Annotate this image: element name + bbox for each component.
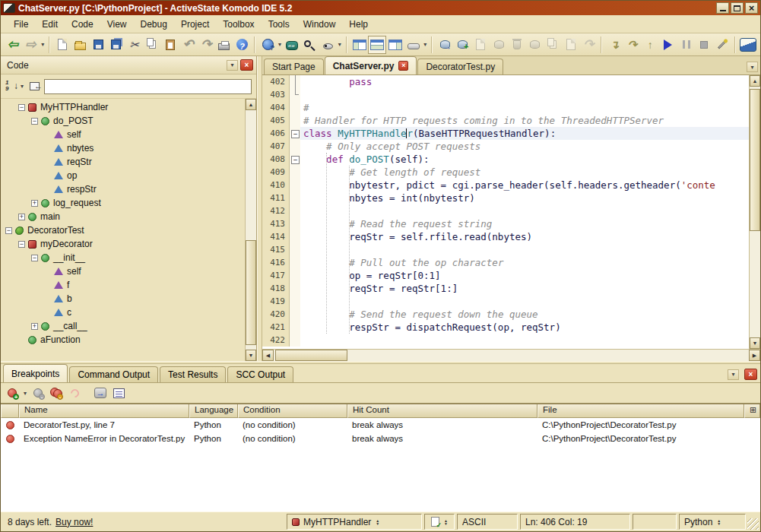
encoding-segment[interactable]: ASCII [457,514,518,530]
header-condition[interactable]: Condition [238,404,347,418]
collapse-icon[interactable] [18,241,25,248]
bottom-pane-close-button[interactable] [744,369,757,380]
step-into-button[interactable] [605,36,623,54]
line-number[interactable]: 411 [262,192,290,204]
new-file-button[interactable] [53,36,71,54]
tree-scrollbar[interactable] [245,99,256,361]
code-line[interactable]: 422 [262,334,749,347]
code-line[interactable]: 407 # Only accept POST requests [262,140,749,153]
line-number[interactable]: 422 [262,334,290,347]
add-breakpoint-dropdown[interactable] [22,390,28,397]
save-all-button[interactable] [107,36,125,54]
breakpoint-properties-button[interactable] [110,385,127,401]
step-out-button[interactable] [642,36,660,54]
spinner-icon[interactable] [717,519,721,525]
breakpoint-row[interactable]: Exception NameError in DecoratorTest.py … [1,432,760,445]
line-number[interactable]: 413 [262,217,290,230]
expand-icon[interactable] [31,200,38,207]
sort-order-button[interactable] [5,80,25,93]
header-file[interactable]: File [537,404,744,418]
code-line[interactable]: 415 [262,243,749,256]
print-button[interactable] [215,36,233,54]
collapse-panes-button[interactable] [404,36,423,54]
line-number[interactable]: 414 [262,230,290,243]
menu-file[interactable]: File [7,17,35,32]
tab-list-dropdown[interactable] [747,62,758,72]
collapse-icon[interactable] [5,227,12,234]
scroll-thumb[interactable] [246,240,256,345]
scc-update-button[interactable] [526,36,544,54]
debug-wand-button[interactable] [713,36,731,54]
tree-item-respstr[interactable]: respStr [1,182,245,196]
delete-all-breakpoints-button[interactable]: - [48,385,65,401]
bottom-pane-dropdown[interactable] [728,369,739,380]
tree-item-myhttphandler[interactable]: MyHTTPHandler [1,100,245,114]
tree-item-b[interactable]: b [1,292,245,306]
fold-collapse-icon[interactable] [290,153,300,166]
scroll-down-icon[interactable] [246,350,256,361]
line-number[interactable]: 420 [262,308,290,321]
collapse-icon[interactable] [31,118,38,125]
header-language[interactable]: Language [189,404,238,418]
menu-toolbox[interactable]: Toolbox [216,17,261,32]
menu-window[interactable]: Window [296,17,343,32]
cut-button[interactable] [125,36,144,54]
line-number[interactable]: 419 [262,295,290,308]
menu-debug[interactable]: Debug [134,17,174,32]
tree-item-reqstr[interactable]: reqStr [1,155,245,169]
scc-add-button[interactable] [544,36,562,54]
code-line[interactable]: 421 respStr = dispatchRequest(op, reqStr… [262,321,749,334]
buy-now-link[interactable]: Buy now! [55,517,93,527]
scroll-up-icon[interactable] [750,75,760,87]
tree-item-decoratortest[interactable]: DecoratorTest [1,223,245,237]
browser-preview-button[interactable] [258,36,277,54]
spinner-icon[interactable] [376,519,379,525]
line-number[interactable]: 402 [262,75,290,88]
scroll-thumb[interactable] [750,89,760,231]
code-line[interactable]: 413 # Read the request string [262,217,749,230]
line-number[interactable]: 415 [262,243,290,256]
paste-button[interactable] [161,36,179,54]
line-number[interactable]: 405 [262,114,290,127]
save-button[interactable] [90,36,108,54]
code-line[interactable]: 417 op = reqStr[0:1] [262,269,749,282]
language-segment[interactable]: Python [679,514,746,530]
go-continue-button[interactable] [659,36,677,54]
close-button[interactable] [745,2,758,14]
open-file-button[interactable] [71,36,90,54]
toggle-right-pane-button[interactable] [386,36,404,54]
undo-button[interactable] [179,36,198,54]
code-line[interactable]: 403 [262,88,749,101]
editor-vscrollbar[interactable] [749,75,760,349]
browser-preview-dropdown[interactable] [277,41,283,48]
scroll-down-icon[interactable] [750,337,760,349]
expand-icon[interactable] [31,323,38,330]
menu-help[interactable]: Help [342,17,375,32]
find-button[interactable] [301,36,319,54]
spinner-icon[interactable] [444,519,448,525]
stop-button[interactable] [695,36,713,54]
forward-dropdown[interactable] [40,41,46,48]
back-button[interactable] [4,36,22,54]
tree-item-do-post[interactable]: do_POST [1,114,245,128]
column-picker-icon[interactable] [744,404,760,418]
line-number[interactable]: 406 [262,127,290,140]
line-number[interactable]: 418 [262,282,290,295]
panes-dropdown[interactable] [422,41,428,48]
fold-collapse-icon[interactable] [290,127,300,140]
code-pane-close-button[interactable] [240,59,253,71]
tab-start-page[interactable]: Start Page [264,59,324,74]
code-line[interactable]: 411 nbytes = int(nbytestr) [262,192,749,204]
code-line[interactable]: 408 def do_POST(self): [262,153,749,166]
tree-item-afunction[interactable]: aFunction [1,333,245,347]
locate-current-scope-button[interactable] [30,80,40,93]
line-number[interactable]: 417 [262,269,290,282]
tree-item-self[interactable]: self [1,128,245,141]
scroll-thumb[interactable] [275,350,347,361]
scc-remove-button[interactable] [562,36,580,54]
help-button[interactable] [233,36,252,54]
collapse-icon[interactable] [31,255,38,261]
scroll-left-icon[interactable] [262,350,274,361]
collapse-icon[interactable] [18,104,25,111]
line-number[interactable]: 412 [262,204,290,217]
